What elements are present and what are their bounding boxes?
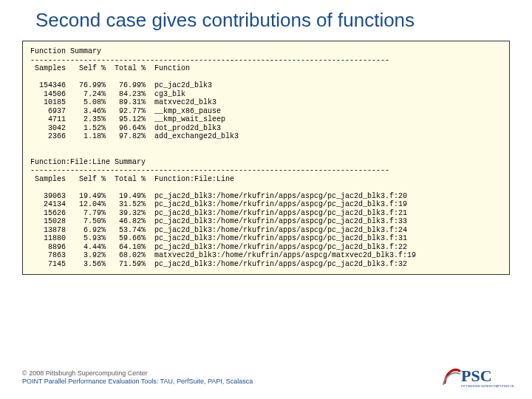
section2-row: 15626 7.79% 39.32% pc_jac2d_blk3:/home/r… (30, 209, 407, 217)
section2-rule: ----------------------------------------… (30, 166, 389, 174)
psc-logo: PSC PITTSBURGH SUPERCOMPUTING CENTER (440, 364, 514, 389)
section1-rule: ----------------------------------------… (30, 56, 389, 64)
section1-row: 4711 2.35% 95.12% __kmp_wait_sleep (30, 115, 225, 123)
section2-header: Samples Self % Total % Function:File:Lin… (30, 175, 234, 183)
section1-header: Samples Self % Total % Function (30, 64, 190, 72)
section2-row: 7863 3.92% 68.02% matxvec2d_blk3:/home/r… (30, 251, 416, 259)
section1-row: 10185 5.08% 89.31% matxvec2d_blk3 (30, 98, 216, 106)
section1-row: 14506 7.24% 84.23% cg3_blk (30, 90, 185, 98)
section1-row: 6937 3.46% 92.77% __kmp_x86_pause (30, 107, 221, 115)
footer-subtitle: POINT Parallel Performance Evaluation To… (22, 378, 510, 386)
svg-text:PSC: PSC (461, 366, 492, 385)
section2-row: 24134 12.04% 31.52% pc_jac2d_blk3:/home/… (30, 200, 407, 208)
section2-row: 11880 5.93% 59.66% pc_jac2d_blk3:/home/r… (30, 234, 407, 242)
section2-row: 8896 4.44% 64.10% pc_jac2d_blk3:/home/rk… (30, 243, 407, 251)
section1-title: Function Summary (30, 47, 101, 55)
section1-row: 154346 76.99% 76.99% pc_jac2d_blk3 (30, 81, 212, 89)
footer: © 2008 Pittsburgh Supercomputing Center … (22, 369, 510, 386)
code-box: Function Summary -----------------------… (22, 41, 510, 275)
section2-row: 13878 6.92% 53.74% pc_jac2d_blk3:/home/r… (30, 226, 407, 234)
section2-row: 15028 7.50% 46.82% pc_jac2d_blk3:/home/r… (30, 217, 407, 225)
section2-row: 39063 19.49% 19.49% pc_jac2d_blk3:/home/… (30, 192, 407, 200)
slide-title: Second case gives contributions of funct… (0, 0, 532, 38)
copyright: © 2008 Pittsburgh Supercomputing Center (22, 369, 510, 378)
section1-row: 2366 1.18% 97.82% add_exchange2d_blk3 (30, 132, 239, 140)
svg-text:PITTSBURGH SUPERCOMPUTING CENT: PITTSBURGH SUPERCOMPUTING CENTER (461, 384, 514, 388)
section1-row: 3042 1.52% 96.64% dot_prod2d_blk3 (30, 124, 221, 132)
section2-row: 7145 3.56% 71.59% pc_jac2d_blk3:/home/rk… (30, 260, 407, 268)
section2-title: Function:File:Line Summary (30, 158, 146, 166)
